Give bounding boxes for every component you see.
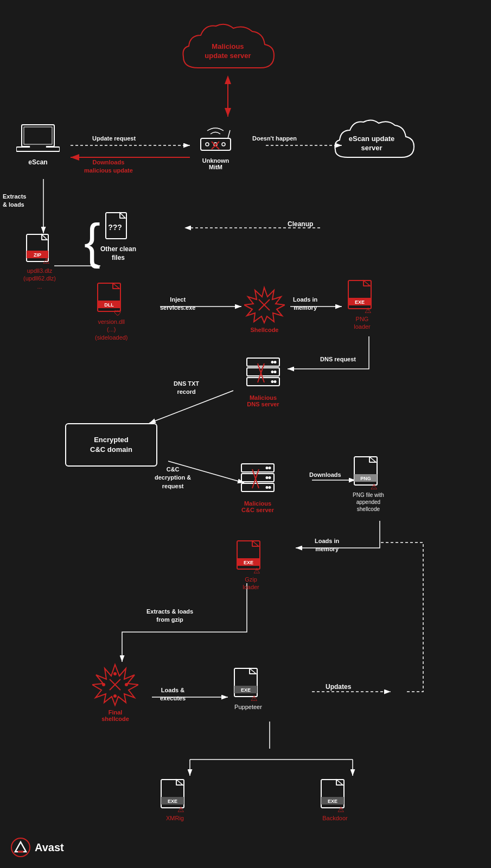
backdoor-icon: EXE ⚠ Backdoor — [320, 778, 350, 822]
svg-text:???: ??? — [108, 223, 122, 232]
malicious-dns-server: MaliciousDNS server — [244, 353, 282, 407]
updll-label: updll3.dlz(updll62.dlz)... — [23, 267, 56, 290]
svg-point-96 — [125, 683, 128, 686]
unknown-mitm: UnknownMitM — [195, 122, 236, 170]
svg-point-65 — [271, 380, 274, 383]
avast-text: Avast — [35, 841, 64, 854]
escan-server-label: eScan updateserver — [349, 135, 395, 153]
png-loader-icon: EXE ⚠ PNGloader — [347, 279, 377, 331]
xmrig-icon: EXE ⚠ XMRig — [160, 778, 190, 822]
other-clean-files-label: Other cleanfiles — [100, 245, 136, 262]
svg-text:DLL: DLL — [104, 302, 114, 308]
svg-text:EXE: EXE — [168, 799, 177, 804]
svg-text:⚠: ⚠ — [371, 482, 378, 489]
malicious-dns-label: MaliciousDNS server — [247, 394, 279, 407]
puppeteer-label: Puppeteer — [234, 703, 262, 711]
svg-rect-23 — [24, 127, 52, 144]
curly-brace: { — [84, 217, 100, 266]
version-dll-icon: DLL 🛡 version.dll(...)(sideloaded) — [95, 282, 128, 341]
svg-point-64 — [274, 371, 277, 373]
escan-label: eScan — [28, 158, 47, 166]
encrypted-cc-label: EncryptedC&C domain — [90, 435, 132, 455]
final-shellcode-burst: Finalshellcode — [92, 662, 138, 722]
svg-text:EXE: EXE — [241, 687, 251, 693]
other-clean-file-icon: ??? Other cleanfiles — [100, 212, 136, 262]
cleanup-label: Cleanup — [288, 220, 313, 229]
svg-point-66 — [274, 380, 277, 383]
svg-text:⚠: ⚠ — [365, 306, 372, 313]
svg-text:⚠: ⚠ — [177, 805, 184, 812]
avast-logo: Avast — [11, 838, 64, 857]
svg-rect-22 — [22, 125, 54, 146]
svg-point-72 — [266, 467, 269, 469]
svg-text:EXE: EXE — [355, 299, 365, 305]
inject-label: Injectservices.exe — [160, 296, 195, 312]
version-dll-label: version.dll(...)(sideloaded) — [95, 318, 128, 341]
encrypted-cc-box: EncryptedC&C domain — [65, 423, 157, 467]
escan-laptop: eScan — [16, 122, 60, 166]
svg-text:⚠: ⚠ — [253, 566, 260, 573]
updll-file: ZIP ⚠ updll3.dlz(updll62.dlz)... — [23, 233, 56, 290]
svg-text:EXE: EXE — [244, 560, 253, 565]
svg-text:🛡: 🛡 — [114, 309, 122, 316]
svg-point-77 — [269, 486, 271, 489]
extracts-gzip-label: Extracts & loadsfrom gzip — [146, 608, 193, 624]
svg-point-74 — [266, 476, 269, 479]
loads-executes-label: Loads &executes — [160, 686, 186, 703]
svg-point-95 — [113, 672, 117, 675]
loads-memory2-label: Loads inmemory — [315, 537, 339, 554]
svg-text:EXE: EXE — [328, 799, 337, 804]
shellcode1-label: Shellcode — [251, 327, 279, 333]
svg-point-62 — [274, 361, 277, 363]
svg-line-32 — [228, 130, 230, 138]
svg-point-27 — [206, 143, 209, 146]
svg-rect-24 — [16, 147, 60, 151]
png-file-icon: PNG ⚠ PNG file withappendedshellcode — [353, 456, 384, 513]
svg-text:PNG: PNG — [361, 476, 372, 481]
puppeteer-icon: EXE ⚠ Puppeteer — [233, 667, 263, 711]
downloads-malicious-label: Downloadsmalicious update — [84, 158, 133, 175]
mitm-label: UnknownMitM — [202, 157, 229, 170]
svg-point-98 — [102, 683, 105, 686]
png-loader-label: PNGloader — [354, 315, 371, 331]
svg-point-97 — [113, 694, 117, 698]
svg-rect-25 — [30, 146, 46, 148]
update-request-label: Update request — [92, 135, 136, 143]
cc-decryption-label: C&Cdecryption &request — [155, 465, 191, 490]
doesnt-happen-label: Doesn't happen — [252, 135, 297, 143]
gzip-loader-label: Gziploader — [243, 576, 259, 591]
svg-text:⚠: ⚠ — [337, 805, 345, 812]
svg-point-63 — [271, 371, 274, 373]
extracts-loads-label: Extracts& loads — [3, 193, 26, 209]
dns-request-label: DNS request — [320, 355, 356, 363]
avast-icon — [11, 838, 30, 857]
svg-text:ZIP: ZIP — [34, 252, 41, 258]
diagram: Maliciousupdate server eScan updateserve… — [0, 0, 491, 868]
malicious-update-server-cloud: Maliciousupdate server — [174, 16, 282, 87]
svg-point-73 — [269, 467, 271, 469]
png-file-label: PNG file withappendedshellcode — [353, 492, 384, 513]
dns-txt-label: DNS TXTrecord — [174, 380, 199, 397]
loads-memory1-label: Loads inmemory — [293, 296, 317, 312]
svg-point-75 — [269, 476, 271, 479]
gzip-loader-icon: EXE ⚠ Gziploader — [236, 540, 266, 591]
final-shellcode-label: Finalshellcode — [101, 709, 129, 722]
shellcode-burst: Shellcode — [244, 285, 285, 333]
svg-point-29 — [222, 143, 225, 146]
backdoor-label: Backdoor — [322, 814, 347, 822]
downloads-label: Downloads — [309, 471, 341, 479]
svg-text:⚠: ⚠ — [43, 257, 50, 265]
malicious-cc-server: MaliciousC&C server — [239, 458, 277, 513]
malicious-server-label: Maliciousupdate server — [205, 42, 251, 61]
malicious-cc-label: MaliciousC&C server — [241, 500, 274, 513]
svg-point-76 — [266, 486, 269, 489]
svg-text:⚠: ⚠ — [251, 694, 258, 701]
svg-point-61 — [271, 361, 274, 363]
escan-update-server-cloud: eScan updateserver — [323, 114, 420, 174]
updates-label: Updates — [326, 682, 351, 692]
xmrig-label: XMRig — [166, 814, 184, 822]
